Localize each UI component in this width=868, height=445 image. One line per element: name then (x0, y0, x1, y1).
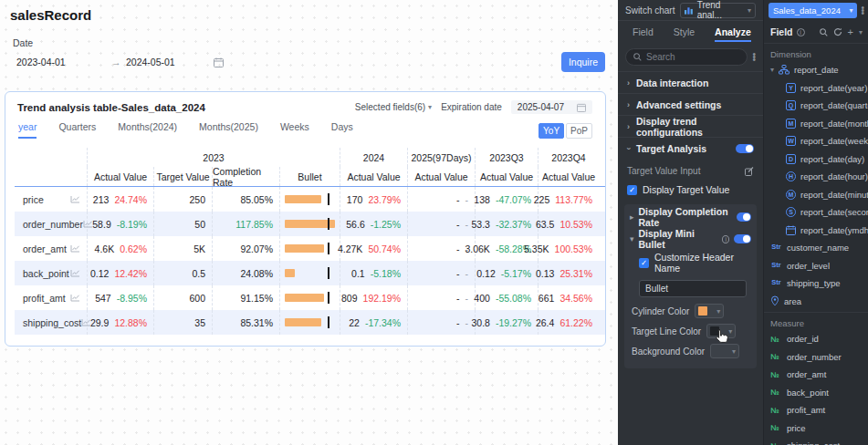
date-range-picker[interactable]: 2023-04-01 → 2024-05-01 (16, 54, 224, 70)
field-item-report_datequarter[interactable]: Qreport_date(quarter) (764, 97, 868, 115)
field-item-report_datehour[interactable]: Hreport_date(hour) (764, 168, 868, 186)
chevron-right-icon: › (627, 122, 630, 131)
section-advanced-settings[interactable]: ›Advanced settings (618, 93, 763, 115)
mini-bullet-chart (285, 267, 335, 279)
trend-chart-icon[interactable] (81, 318, 91, 326)
more-options-icon[interactable]: ••• (861, 6, 864, 15)
tab-Months(2025)[interactable]: Months(2025) (199, 121, 258, 139)
tab-Quarters[interactable]: Quarters (58, 121, 96, 139)
bullet-bar (285, 244, 324, 253)
date-filter-label: Date (13, 37, 33, 48)
field-item-report_datesecon[interactable]: Sreport_date(secon... (764, 203, 868, 222)
search-icon[interactable] (820, 28, 828, 36)
calendar-icon[interactable] (214, 57, 224, 67)
dimension-list: ▾report_dateYreport_date(year)Qreport_da… (764, 61, 868, 310)
field-item-customer_name[interactable]: Strcustomer_name (764, 239, 868, 257)
field-item-report_dateday[interactable]: Dreport_date(day) (764, 150, 868, 169)
field-item-order_id[interactable]: №order_id (764, 330, 868, 348)
background-color-row: Background Color ▾ (630, 341, 751, 361)
field-item-area[interactable]: area (764, 293, 868, 311)
checkbox-checked-icon[interactable]: ✓ (627, 185, 637, 195)
tab-year[interactable]: year (18, 121, 37, 139)
expiration-date-field[interactable]: 2025-04-07 (511, 100, 592, 114)
field-item-report_dateyear[interactable]: Yreport_date(year) (764, 79, 868, 98)
customize-header-row[interactable]: ✓ Customize Header Name (630, 250, 751, 275)
field-item-report_datemonth[interactable]: Mreport_date(month) (764, 115, 868, 133)
field-item-shipping_type[interactable]: Strshipping_type (764, 274, 868, 293)
panel-tab-style[interactable]: Style (674, 26, 695, 37)
date-range-arrow: → (111, 57, 122, 67)
date-end-value[interactable]: 2024-05-01 (126, 57, 214, 67)
refresh-icon[interactable] (833, 27, 842, 36)
trend-chart-icon[interactable] (70, 244, 80, 253)
table-row-order_amt[interactable]: order_amt4.6K0.62%5K92.07%4.27K50.74%--3… (15, 236, 605, 261)
section-display-trend-configurations[interactable]: ›Display trend configurations (618, 115, 763, 137)
field-item-order_level[interactable]: Strorder_level (764, 257, 868, 275)
display-completion-rate-row[interactable]: ▸ Display Completion Rate (630, 206, 751, 228)
field-item-order_amt[interactable]: №order_amt (764, 366, 868, 384)
field-item-order_number[interactable]: №order_number (764, 348, 868, 367)
add-field-icon[interactable]: + (848, 26, 853, 37)
dataset-selector[interactable]: Sales_data_2024 ▾ (769, 3, 857, 18)
field-label: report_date (794, 65, 839, 75)
display-mini-bullet-row[interactable]: ▾ Display Mini Bullet i (630, 228, 751, 250)
table-row-shipping_cost[interactable]: shipping_cost29.912.88%3585.31%22-17.34%… (15, 310, 605, 335)
field-item-report_date[interactable]: ▾report_date (764, 61, 868, 79)
cell-value: 0.1 (351, 268, 365, 279)
cell-percent: - (465, 317, 469, 328)
checkbox-checked-icon[interactable]: ✓ (639, 258, 649, 268)
mini-bullet-chart (285, 243, 335, 254)
edit-icon[interactable] (745, 167, 754, 176)
table-row-back_point[interactable]: back_point0.1212.42%0.524.08%0.1-5.18%--… (15, 261, 605, 285)
mini-bullet-toggle[interactable] (734, 234, 751, 243)
cell-value: 4.27K (338, 243, 362, 254)
field-type-date-icon: M (786, 190, 796, 200)
date-start-value[interactable]: 2023-04-01 (16, 57, 111, 67)
row-label-cell: order_amt (15, 236, 87, 261)
field-label: report_date(secon... (800, 207, 868, 217)
header-name-input[interactable] (639, 280, 747, 297)
display-target-value-row[interactable]: ✓ Display Target Value (618, 178, 763, 197)
more-options-icon[interactable]: ••• (752, 53, 756, 61)
cylinder-color-picker[interactable]: ▾ (695, 304, 724, 318)
panel-tab-analyze[interactable]: Analyze (715, 26, 751, 42)
tab-Days[interactable]: Days (331, 121, 353, 139)
field-item-report_dateweek[interactable]: Wreport_date(week) (764, 132, 868, 150)
tab-Months(2024)[interactable]: Months(2024) (118, 121, 177, 139)
cell-value: 213 (93, 194, 110, 205)
section-target-analysis[interactable]: › Target Analysis (618, 137, 763, 159)
field-item-report_dateymdh[interactable]: report_date(ymdh... (764, 222, 868, 240)
background-color-picker[interactable]: ▾ (710, 344, 739, 358)
table-row-price[interactable]: price21324.74%25085.05%17023.79%--138-47… (15, 187, 605, 212)
inquire-button[interactable]: Inquire (561, 52, 605, 72)
cell-percent: -32.37% (496, 219, 531, 230)
table-row-profit_amt[interactable]: profit_amt547-8.95%60091.15%809192.19%--… (15, 285, 605, 310)
trend-chart-icon[interactable] (70, 195, 80, 203)
field-label: report_date(year) (800, 83, 867, 93)
selected-fields-dropdown[interactable]: Selected fields(6) ▾ (355, 102, 432, 112)
chevron-expanded-icon[interactable]: ▾ (770, 66, 774, 74)
chevron-down-icon[interactable]: ▾ (859, 28, 863, 36)
field-item-shipping_cost[interactable]: №shipping_cost (764, 437, 868, 445)
field-item-back_point[interactable]: №back_point (764, 384, 868, 402)
search-input[interactable]: Search (625, 48, 748, 66)
trend-chart-icon[interactable] (83, 220, 93, 228)
actual-value-2024-cell: 4.27K50.74% (340, 236, 407, 261)
trend-chart-icon[interactable] (70, 269, 80, 277)
cell-percent: 50.74% (368, 243, 401, 254)
tab-Weeks[interactable]: Weeks (280, 121, 309, 139)
field-item-report_dateminute[interactable]: Mreport_date(minute) (764, 186, 868, 204)
pop-button[interactable]: PoP (566, 123, 592, 139)
trend-chart-icon[interactable] (70, 294, 80, 302)
field-item-price[interactable]: №price (764, 419, 868, 438)
panel-tab-field[interactable]: Field (633, 26, 654, 37)
section-data-interaction[interactable]: ›Data interaction (618, 71, 763, 93)
target-analysis-toggle[interactable] (736, 144, 754, 153)
chart-type-select[interactable]: Trend anal... ▾ (680, 3, 756, 18)
completion-rate-toggle[interactable] (737, 212, 751, 222)
table-row-order_number[interactable]: order_number58.9-8.19%50117.85%56.6-1.25… (15, 212, 605, 236)
bullet-bar (285, 318, 321, 326)
yoy-button[interactable]: YoY (539, 123, 564, 139)
field-item-profit_amt[interactable]: №profit_amt (764, 401, 868, 419)
cell-value: 85.05% (240, 194, 273, 205)
